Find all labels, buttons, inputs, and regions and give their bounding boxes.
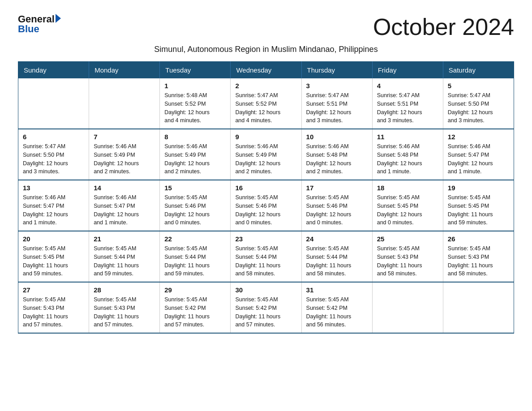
calendar-header-row: SundayMondayTuesdayWednesdayThursdayFrid… — [18, 62, 514, 79]
day-info: Sunrise: 5:45 AMSunset: 5:44 PMDaylight:… — [306, 244, 368, 278]
day-number: 24 — [306, 235, 368, 243]
weekday-header-monday: Monday — [89, 62, 160, 79]
day-info: Sunrise: 5:45 AMSunset: 5:42 PMDaylight:… — [164, 295, 226, 329]
calendar-cell: 19Sunrise: 5:45 AMSunset: 5:45 PMDayligh… — [443, 180, 514, 231]
day-info: Sunrise: 5:45 AMSunset: 5:46 PMDaylight:… — [164, 193, 226, 227]
day-info: Sunrise: 5:46 AMSunset: 5:49 PMDaylight:… — [164, 142, 226, 176]
calendar-cell: 24Sunrise: 5:45 AMSunset: 5:44 PMDayligh… — [301, 231, 372, 282]
calendar-subtitle: Simunul, Autonomous Region in Muslim Min… — [18, 45, 514, 54]
calendar-week-row: 13Sunrise: 5:46 AMSunset: 5:47 PMDayligh… — [18, 180, 514, 231]
page-header: General Blue October 2024 — [18, 13, 514, 40]
day-number: 31 — [306, 286, 368, 294]
day-info: Sunrise: 5:47 AMSunset: 5:51 PMDaylight:… — [306, 91, 368, 125]
day-info: Sunrise: 5:45 AMSunset: 5:44 PMDaylight:… — [235, 244, 296, 278]
logo: General Blue — [18, 13, 61, 35]
calendar-cell: 3Sunrise: 5:47 AMSunset: 5:51 PMDaylight… — [301, 78, 372, 129]
day-number: 2 — [235, 82, 296, 90]
calendar-cell: 6Sunrise: 5:47 AMSunset: 5:50 PMDaylight… — [18, 129, 89, 180]
calendar-cell: 5Sunrise: 5:47 AMSunset: 5:50 PMDaylight… — [443, 78, 514, 129]
calendar-cell: 29Sunrise: 5:45 AMSunset: 5:42 PMDayligh… — [160, 282, 231, 333]
weekday-header-sunday: Sunday — [18, 62, 89, 79]
day-info: Sunrise: 5:45 AMSunset: 5:43 PMDaylight:… — [377, 244, 438, 278]
calendar-table: SundayMondayTuesdayWednesdayThursdayFrid… — [18, 61, 514, 334]
day-number: 25 — [377, 235, 438, 243]
calendar-cell: 9Sunrise: 5:46 AMSunset: 5:49 PMDaylight… — [231, 129, 301, 180]
calendar-cell: 4Sunrise: 5:47 AMSunset: 5:51 PMDaylight… — [372, 78, 443, 129]
day-number: 11 — [377, 133, 438, 141]
day-number: 1 — [164, 82, 226, 90]
calendar-cell: 31Sunrise: 5:45 AMSunset: 5:42 PMDayligh… — [301, 282, 372, 333]
day-info: Sunrise: 5:46 AMSunset: 5:48 PMDaylight:… — [306, 142, 368, 176]
calendar-cell: 14Sunrise: 5:46 AMSunset: 5:47 PMDayligh… — [89, 180, 160, 231]
day-info: Sunrise: 5:47 AMSunset: 5:50 PMDaylight:… — [23, 142, 84, 176]
page-title: October 2024 — [373, 13, 514, 40]
logo-blue-text: Blue — [18, 23, 61, 35]
calendar-cell: 12Sunrise: 5:46 AMSunset: 5:47 PMDayligh… — [443, 129, 514, 180]
calendar-cell: 17Sunrise: 5:45 AMSunset: 5:46 PMDayligh… — [301, 180, 372, 231]
day-number: 5 — [448, 82, 509, 90]
calendar-week-row: 6Sunrise: 5:47 AMSunset: 5:50 PMDaylight… — [18, 129, 514, 180]
weekday-header-friday: Friday — [372, 62, 443, 79]
day-info: Sunrise: 5:45 AMSunset: 5:44 PMDaylight:… — [164, 244, 226, 278]
day-number: 16 — [235, 184, 296, 192]
day-number: 6 — [23, 133, 84, 141]
day-info: Sunrise: 5:48 AMSunset: 5:52 PMDaylight:… — [164, 91, 226, 125]
day-info: Sunrise: 5:46 AMSunset: 5:48 PMDaylight:… — [377, 142, 438, 176]
day-number: 28 — [94, 286, 155, 294]
day-number: 17 — [306, 184, 368, 192]
calendar-cell: 22Sunrise: 5:45 AMSunset: 5:44 PMDayligh… — [160, 231, 231, 282]
calendar-cell — [443, 282, 514, 333]
calendar-week-row: 27Sunrise: 5:45 AMSunset: 5:43 PMDayligh… — [18, 282, 514, 333]
weekday-header-saturday: Saturday — [443, 62, 514, 79]
day-info: Sunrise: 5:45 AMSunset: 5:43 PMDaylight:… — [23, 295, 84, 329]
calendar-cell: 1Sunrise: 5:48 AMSunset: 5:52 PMDaylight… — [160, 78, 231, 129]
calendar-week-row: 1Sunrise: 5:48 AMSunset: 5:52 PMDaylight… — [18, 78, 514, 129]
day-info: Sunrise: 5:45 AMSunset: 5:43 PMDaylight:… — [448, 244, 509, 278]
day-info: Sunrise: 5:45 AMSunset: 5:45 PMDaylight:… — [23, 244, 84, 278]
calendar-cell: 15Sunrise: 5:45 AMSunset: 5:46 PMDayligh… — [160, 180, 231, 231]
day-number: 26 — [448, 235, 509, 243]
day-number: 7 — [94, 133, 155, 141]
calendar-cell: 26Sunrise: 5:45 AMSunset: 5:43 PMDayligh… — [443, 231, 514, 282]
day-number: 15 — [164, 184, 226, 192]
day-info: Sunrise: 5:47 AMSunset: 5:52 PMDaylight:… — [235, 91, 296, 125]
day-number: 9 — [235, 133, 296, 141]
day-number: 8 — [164, 133, 226, 141]
day-info: Sunrise: 5:45 AMSunset: 5:43 PMDaylight:… — [94, 295, 155, 329]
day-number: 27 — [23, 286, 84, 294]
calendar-cell: 28Sunrise: 5:45 AMSunset: 5:43 PMDayligh… — [89, 282, 160, 333]
calendar-cell: 21Sunrise: 5:45 AMSunset: 5:44 PMDayligh… — [89, 231, 160, 282]
calendar-cell: 2Sunrise: 5:47 AMSunset: 5:52 PMDaylight… — [231, 78, 301, 129]
calendar-cell — [372, 282, 443, 333]
day-number: 20 — [23, 235, 84, 243]
calendar-cell: 11Sunrise: 5:46 AMSunset: 5:48 PMDayligh… — [372, 129, 443, 180]
day-number: 23 — [235, 235, 296, 243]
calendar-cell: 10Sunrise: 5:46 AMSunset: 5:48 PMDayligh… — [301, 129, 372, 180]
calendar-cell: 25Sunrise: 5:45 AMSunset: 5:43 PMDayligh… — [372, 231, 443, 282]
weekday-header-tuesday: Tuesday — [160, 62, 231, 79]
day-info: Sunrise: 5:46 AMSunset: 5:49 PMDaylight:… — [235, 142, 296, 176]
day-info: Sunrise: 5:46 AMSunset: 5:47 PMDaylight:… — [448, 142, 509, 176]
day-info: Sunrise: 5:45 AMSunset: 5:46 PMDaylight:… — [235, 193, 296, 227]
calendar-cell: 23Sunrise: 5:45 AMSunset: 5:44 PMDayligh… — [231, 231, 301, 282]
day-info: Sunrise: 5:46 AMSunset: 5:47 PMDaylight:… — [23, 193, 84, 227]
day-number: 30 — [235, 286, 296, 294]
day-number: 19 — [448, 184, 509, 192]
day-info: Sunrise: 5:45 AMSunset: 5:46 PMDaylight:… — [306, 193, 368, 227]
day-info: Sunrise: 5:45 AMSunset: 5:44 PMDaylight:… — [94, 244, 155, 278]
calendar-cell: 18Sunrise: 5:45 AMSunset: 5:45 PMDayligh… — [372, 180, 443, 231]
weekday-header-wednesday: Wednesday — [231, 62, 301, 79]
calendar-cell: 7Sunrise: 5:46 AMSunset: 5:49 PMDaylight… — [89, 129, 160, 180]
day-number: 12 — [448, 133, 509, 141]
calendar-week-row: 20Sunrise: 5:45 AMSunset: 5:45 PMDayligh… — [18, 231, 514, 282]
day-info: Sunrise: 5:45 AMSunset: 5:42 PMDaylight:… — [306, 295, 368, 329]
day-info: Sunrise: 5:46 AMSunset: 5:47 PMDaylight:… — [94, 193, 155, 227]
day-number: 4 — [377, 82, 438, 90]
weekday-header-thursday: Thursday — [301, 62, 372, 79]
day-info: Sunrise: 5:45 AMSunset: 5:45 PMDaylight:… — [377, 193, 438, 227]
calendar-cell: 8Sunrise: 5:46 AMSunset: 5:49 PMDaylight… — [160, 129, 231, 180]
calendar-cell — [18, 78, 89, 129]
calendar-cell: 16Sunrise: 5:45 AMSunset: 5:46 PMDayligh… — [231, 180, 301, 231]
calendar-cell — [89, 78, 160, 129]
day-number: 13 — [23, 184, 84, 192]
